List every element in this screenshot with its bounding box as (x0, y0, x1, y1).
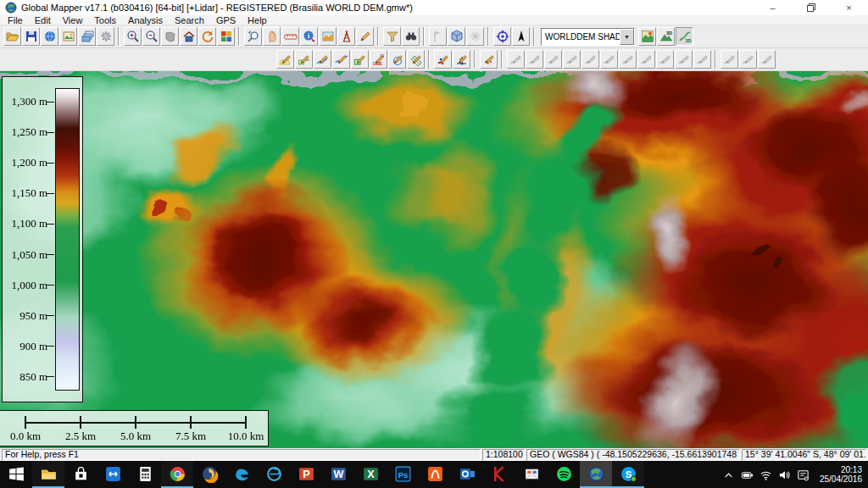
edge-icon (233, 465, 251, 483)
taskbar-aimp-player[interactable] (419, 461, 451, 488)
digitizer-pencil-button[interactable] (356, 27, 374, 46)
menu-tools[interactable]: Tools (88, 15, 122, 25)
create-spline-button[interactable] (332, 50, 350, 69)
full-extent-button[interactable] (161, 27, 179, 46)
save-button[interactable] (22, 27, 40, 46)
taskbar-calculator[interactable] (129, 461, 161, 488)
taskbar-internet-explorer[interactable] (258, 461, 290, 488)
taskbar-photoshop[interactable]: Ps (387, 461, 419, 488)
legend-tick (47, 285, 54, 286)
zoom-tool-button[interactable] (244, 27, 262, 46)
create-line-button[interactable] (314, 50, 331, 69)
measure-ruler-button[interactable] (281, 27, 299, 46)
taskbar-skype[interactable]: S (612, 461, 644, 488)
chevron-down-icon[interactable]: ▼ (620, 29, 634, 45)
create-circle-button[interactable] (388, 50, 406, 69)
view-3d-cube-button[interactable] (448, 27, 465, 46)
menu-search[interactable]: Search (169, 15, 210, 25)
taskbar-global-mapper[interactable] (580, 461, 612, 488)
raster-map-button[interactable] (59, 27, 77, 46)
menu-view[interactable]: View (57, 15, 89, 25)
map-scale-bar: 0.0 km2.5 km5.0 km7.5 km10.0 km (0, 410, 269, 446)
menu-gps[interactable]: GPS (210, 15, 242, 25)
calculator-icon (136, 465, 154, 483)
taskbar-start-button[interactable] (0, 461, 32, 488)
legend-tick (47, 376, 54, 377)
online-globe-button[interactable] (41, 27, 58, 46)
taskbar-edge[interactable] (225, 461, 258, 488)
create-area-from-line-button[interactable] (295, 50, 313, 69)
undo-edit-button (758, 50, 776, 69)
menu-analysis[interactable]: Analysis (122, 15, 169, 25)
taskbar-windows-store[interactable] (64, 461, 97, 488)
excel-icon: X (362, 465, 380, 483)
terrain-3d-button[interactable]: 3D (657, 27, 675, 46)
redraw-button[interactable] (198, 27, 216, 46)
map-layout-icon (220, 30, 233, 43)
zoom-in-button[interactable] (124, 27, 142, 46)
tray-wifi[interactable] (756, 461, 775, 488)
tray-volume[interactable] (775, 461, 793, 488)
file-explorer-icon (40, 465, 58, 483)
configure-button[interactable] (97, 27, 114, 46)
taskbar-firefox[interactable] (193, 461, 225, 488)
window-title: Global Mapper v17.1 (b030416) [64-bit] [… (21, 3, 754, 13)
search-binoculars-button[interactable] (402, 27, 420, 46)
menu-file[interactable]: File (2, 15, 29, 25)
tray-battery[interactable] (737, 461, 756, 488)
tray-action-center[interactable] (793, 461, 812, 488)
restore-button[interactable] (792, 0, 830, 15)
toolbar-separator (501, 50, 503, 69)
clock-date: 25/04/2016 (812, 474, 862, 484)
scale-bar-tick (25, 416, 26, 429)
svg-text:X: X (367, 469, 375, 480)
scale-bar-tick (135, 416, 136, 429)
taskbar-mail[interactable] (515, 461, 548, 488)
taskbar-powerpoint[interactable]: P (290, 461, 322, 488)
menu-help[interactable]: Help (242, 15, 273, 25)
open-folder-button[interactable] (3, 27, 21, 46)
feature-info-button[interactable]: i (300, 27, 318, 46)
create-rectangle-button[interactable] (351, 50, 369, 69)
pan-hand-button[interactable] (263, 27, 281, 46)
taskbar-file-explorer[interactable] (32, 461, 64, 488)
create-grid-button[interactable] (407, 50, 425, 69)
windows-store-icon (72, 465, 90, 483)
menu-edit[interactable]: Edit (29, 15, 57, 25)
snap-vertex-button (721, 50, 738, 69)
shader-dropdown[interactable]: WORLDDEM SHADER▼ (541, 28, 635, 46)
taskbar-excel[interactable]: X (354, 461, 387, 488)
taskbar-teamviewer[interactable] (97, 461, 129, 488)
path-profile-button[interactable] (319, 27, 337, 46)
overlay-control-icon (81, 30, 94, 43)
path-3d-button[interactable]: 3D (676, 27, 693, 46)
taskbar-outlook[interactable] (451, 461, 483, 488)
view-shed-tower-button[interactable] (337, 27, 355, 46)
spray-points-button[interactable] (480, 50, 498, 69)
taskbar-spotify[interactable] (548, 461, 580, 488)
north-arrow-button[interactable] (512, 27, 530, 46)
taskbar-word[interactable]: W (322, 461, 354, 488)
filter-funnel-button[interactable] (383, 27, 401, 46)
map-canvas[interactable]: 1,300 m1,250 m1,200 m1,150 m1,100 m1,050… (0, 71, 868, 448)
minimize-button[interactable]: – (754, 0, 792, 15)
taskbar-kaspersky[interactable] (483, 461, 515, 488)
gps-target-button[interactable] (493, 27, 511, 46)
create-area-button[interactable] (276, 50, 294, 69)
hill-shader-button[interactable] (638, 27, 656, 46)
insert-vertex-button[interactable] (453, 50, 470, 69)
legend-tick (47, 193, 54, 194)
scale-bar-label: 10.0 km (219, 430, 273, 443)
save-icon (25, 30, 38, 43)
zoom-out-button[interactable] (142, 27, 160, 46)
overlay-control-button[interactable] (78, 27, 96, 46)
map-layout-button[interactable] (217, 27, 235, 46)
taskbar-clock[interactable]: 20:13 25/04/2016 (812, 461, 868, 488)
terrain-3d-icon: 3D (659, 30, 673, 43)
create-points-button[interactable] (434, 50, 452, 69)
close-button[interactable]: × (830, 0, 868, 15)
taskbar-chrome[interactable] (161, 461, 193, 488)
create-coded-feature-button[interactable]: CODE24 (370, 50, 387, 69)
home-view-button[interactable] (180, 27, 198, 46)
tray-tray-expand[interactable] (719, 461, 737, 488)
